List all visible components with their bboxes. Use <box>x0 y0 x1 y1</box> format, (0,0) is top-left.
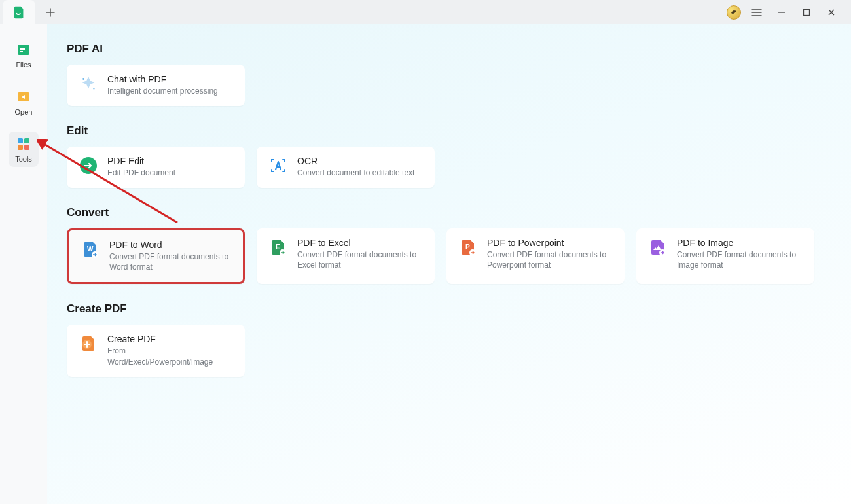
svg-rect-0 <box>804 9 810 15</box>
excel-file-icon: E <box>268 238 288 257</box>
word-file-icon: W <box>81 240 100 259</box>
svg-point-9 <box>82 78 84 80</box>
section-title: Edit <box>67 124 831 137</box>
card-title: PDF Edit <box>107 156 175 166</box>
open-icon <box>15 88 32 105</box>
close-button[interactable] <box>822 3 841 22</box>
svg-rect-7 <box>18 145 23 150</box>
user-avatar[interactable] <box>727 5 741 20</box>
section-create-pdf: Create PDF Create PDF From Word/Execl/Po… <box>67 302 831 377</box>
card-title: PDF to Powerpoint <box>487 238 613 248</box>
card-pdf-to-word[interactable]: W PDF to Word Convert PDF format documen… <box>67 228 245 285</box>
section-pdf-ai: PDF AI Chat with PDF Intelligent documen… <box>67 43 831 106</box>
svg-rect-8 <box>24 145 29 150</box>
ai-chat-icon <box>79 74 98 94</box>
sidebar-item-files[interactable]: Files <box>9 37 39 73</box>
close-icon <box>827 9 835 16</box>
tab-area <box>0 0 60 24</box>
card-chat-with-pdf[interactable]: Chat with PDF Intelligent document proce… <box>67 65 245 106</box>
card-title: Create PDF <box>107 334 233 344</box>
section-title: Create PDF <box>67 302 831 315</box>
image-file-icon <box>648 238 668 257</box>
svg-rect-5 <box>18 138 23 143</box>
svg-text:P: P <box>465 243 470 251</box>
card-desc: Convert document to editable text <box>297 168 414 179</box>
card-desc: Convert PDF format documents to Powerpoi… <box>487 249 613 272</box>
section-edit: Edit PDF Edit Edit PDF document <box>67 124 831 188</box>
card-title: OCR <box>297 156 414 166</box>
section-convert: Convert W PDF to Word Convert PDF format… <box>67 206 831 285</box>
minimize-icon <box>777 8 786 17</box>
app-logo-icon <box>10 4 27 21</box>
plus-icon <box>46 8 55 17</box>
sidebar-label: Files <box>16 61 31 69</box>
card-title: Chat with PDF <box>107 74 218 84</box>
sidebar-label: Open <box>15 108 33 116</box>
powerpoint-file-icon: P <box>458 238 478 257</box>
svg-point-10 <box>93 88 94 89</box>
svg-rect-6 <box>24 138 29 143</box>
card-create-pdf[interactable]: Create PDF From Word/Execl/Powerpoint/Im… <box>67 325 245 377</box>
pdf-edit-icon <box>79 156 98 175</box>
card-desc: Edit PDF document <box>107 168 175 179</box>
section-title: Convert <box>67 206 831 219</box>
menu-button[interactable] <box>748 3 766 22</box>
sidebar: Files Open Tools <box>0 24 47 504</box>
svg-rect-3 <box>20 51 23 52</box>
card-desc: Convert PDF format documents to Excel fo… <box>297 249 423 272</box>
files-icon <box>15 41 32 58</box>
window-controls <box>727 3 851 22</box>
card-pdf-to-image[interactable]: PDF to Image Convert PDF format document… <box>636 228 814 285</box>
sidebar-item-open[interactable]: Open <box>9 84 39 120</box>
tools-icon <box>15 135 32 153</box>
card-desc: Intelligent document processing <box>107 86 218 97</box>
titlebar <box>0 0 851 24</box>
card-pdf-to-powerpoint[interactable]: P PDF to Powerpoint Convert PDF format d… <box>446 228 625 285</box>
hamburger-icon <box>751 8 762 17</box>
sidebar-label: Tools <box>15 155 32 163</box>
minimize-button[interactable] <box>772 3 791 22</box>
card-pdf-edit[interactable]: PDF Edit Edit PDF document <box>67 147 245 188</box>
card-ocr[interactable]: OCR Convert document to editable text <box>257 147 435 188</box>
card-title: PDF to Excel <box>297 238 423 248</box>
card-title: PDF to Word <box>109 240 231 250</box>
card-pdf-to-excel[interactable]: E PDF to Excel Convert PDF format docume… <box>257 228 435 285</box>
card-desc: Convert PDF format documents to Word for… <box>109 251 231 274</box>
new-tab-button[interactable] <box>41 3 60 22</box>
maximize-icon <box>803 9 810 16</box>
maximize-button[interactable] <box>797 3 816 22</box>
main-content: PDF AI Chat with PDF Intelligent documen… <box>47 24 851 504</box>
svg-text:E: E <box>276 243 280 251</box>
svg-rect-2 <box>20 48 25 50</box>
ocr-icon <box>268 156 288 175</box>
card-desc: From Word/Execl/Powerpoint/Image <box>107 346 233 368</box>
svg-text:W: W <box>87 245 94 253</box>
card-desc: Convert PDF format documents to Image fo… <box>677 249 803 272</box>
create-pdf-icon <box>79 334 98 353</box>
bird-icon <box>730 9 738 16</box>
sidebar-item-tools[interactable]: Tools <box>9 132 39 167</box>
card-title: PDF to Image <box>677 238 803 248</box>
app-home-tab[interactable] <box>3 0 35 24</box>
section-title: PDF AI <box>67 43 831 56</box>
